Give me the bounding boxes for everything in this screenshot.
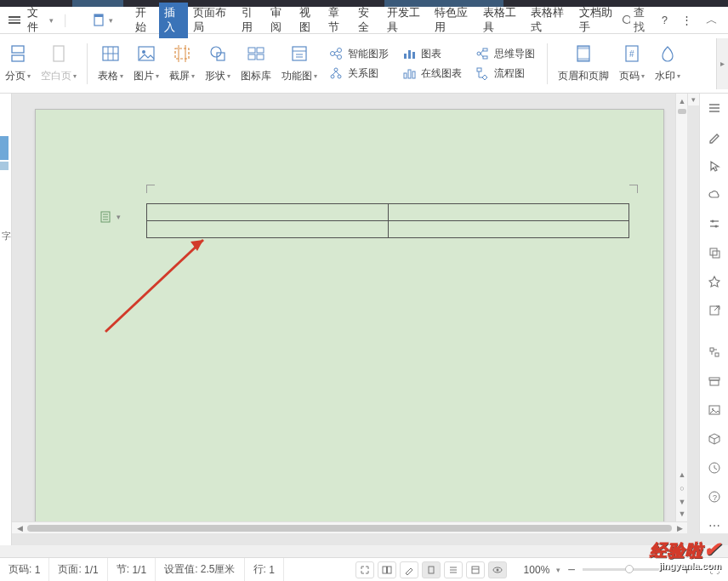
status-page[interactable]: 页面: 1/1 (49, 558, 107, 581)
table-cell[interactable] (147, 204, 389, 221)
tab-home[interactable]: 开始 (130, 3, 159, 38)
table-button[interactable]: 表格▾ (93, 43, 128, 83)
star-icon[interactable] (705, 274, 724, 289)
browse-object-icon[interactable]: ○ (676, 482, 688, 494)
status-position[interactable]: 设置值: 2.5厘米 (156, 558, 244, 581)
scroll-left-icon[interactable]: ◀ (14, 522, 26, 534)
tab-security[interactable]: 安全 (353, 3, 382, 38)
ruler-toggle[interactable]: ▾ (687, 94, 699, 105)
mind-map-button[interactable]: 思维导图 (475, 47, 535, 61)
tab-page-layout[interactable]: 页面布局 (188, 3, 236, 38)
web-view-button[interactable] (466, 561, 485, 578)
history-icon[interactable] (705, 460, 724, 476)
smart-graphic-button[interactable]: 智能图形 (329, 47, 389, 61)
table-cell[interactable] (388, 204, 629, 221)
table-row[interactable] (147, 204, 629, 221)
pencil-icon[interactable] (705, 129, 724, 145)
inserted-table[interactable] (146, 203, 629, 238)
table-row[interactable] (147, 221, 629, 238)
tab-view[interactable]: 视图 (294, 3, 323, 38)
svg-rect-73 (710, 248, 717, 255)
horizontal-scrollbar[interactable]: ◀ ▶ (12, 521, 687, 533)
scrollbar-thumb[interactable] (678, 109, 686, 114)
vertical-scrollbar[interactable]: ▲ ▲ ○ ▼ ▼ (675, 94, 687, 521)
tab-insert[interactable]: 插入 (159, 3, 188, 38)
icon-library-button[interactable]: 图标库 (236, 43, 276, 83)
search-button[interactable]: 查找 (622, 6, 648, 35)
tab-doc-helper[interactable]: 文档助手 (574, 3, 622, 38)
shapes-button[interactable]: 形状▾ (200, 43, 236, 83)
scroll-right-icon[interactable]: ▶ (674, 522, 685, 534)
help-icon[interactable]: ? (705, 489, 724, 504)
paging-button[interactable]: 分页▾ (0, 43, 36, 83)
function-chart-button[interactable]: 功能图▾ (276, 43, 322, 83)
svg-rect-88 (383, 567, 387, 573)
edit-view-button[interactable] (400, 561, 418, 578)
picture-button[interactable]: 图片▾ (128, 43, 164, 83)
more-icon[interactable]: ⋯ (705, 518, 724, 533)
chevron-down-icon[interactable]: ▾ (109, 16, 113, 25)
svg-point-27 (338, 48, 342, 53)
image-icon[interactable] (705, 402, 724, 418)
header-footer-button[interactable]: 页眉和页脚 (553, 43, 614, 83)
icon-library-label: 图标库 (241, 69, 271, 83)
zoom-out-button[interactable]: − (567, 562, 575, 578)
document-icon[interactable] (93, 14, 106, 27)
chart-button[interactable]: 图表 (402, 47, 462, 61)
scrollbar-thumb[interactable] (27, 525, 672, 532)
share-icon[interactable] (705, 303, 724, 318)
tab-section[interactable]: 章节 (323, 3, 352, 38)
screenshot-button[interactable]: 截屏▾ (164, 43, 200, 83)
fullscreen-view-button[interactable] (355, 561, 374, 578)
tools-icon[interactable] (705, 345, 724, 361)
document-viewport[interactable]: ▾ (12, 94, 687, 521)
paragraph-options-icon[interactable]: ▾ (100, 210, 121, 224)
tab-review[interactable]: 审阅 (265, 3, 294, 38)
archive-icon[interactable] (705, 373, 724, 389)
status-page-number[interactable]: 页码: 1 (0, 558, 49, 581)
collapse-ribbon-icon[interactable]: ︿ (706, 13, 718, 28)
file-menu[interactable]: 文件 ▾ (27, 6, 54, 35)
hamburger-icon[interactable] (705, 100, 724, 116)
read-view-button[interactable] (378, 561, 396, 578)
page-number-button[interactable]: # 页码▾ (614, 43, 650, 83)
scroll-up-icon[interactable]: ▲ (676, 95, 688, 107)
status-line[interactable]: 行: 1 (245, 558, 284, 581)
status-section[interactable]: 节: 1/1 (108, 558, 156, 581)
table-cell[interactable] (388, 221, 629, 238)
layers-icon[interactable] (705, 245, 724, 260)
zoom-slider-knob[interactable] (625, 565, 634, 573)
zoom-dropdown-icon[interactable]: ▾ (556, 566, 560, 574)
cursor-icon[interactable] (705, 158, 724, 174)
document-page[interactable]: ▾ (35, 109, 664, 521)
help-button[interactable]: ? (662, 14, 668, 26)
zoom-slider[interactable] (583, 568, 676, 571)
expand-icon[interactable]: ⛶ (701, 564, 728, 576)
outline-view-button[interactable] (444, 561, 463, 578)
cloud-icon[interactable] (705, 187, 724, 202)
page-up-icon[interactable]: ▲ (676, 469, 688, 481)
watermark-button[interactable]: 水印▾ (650, 43, 685, 83)
page-view-button[interactable] (422, 561, 441, 578)
tab-developer[interactable]: 开发工具 (382, 3, 429, 38)
relation-chart-button[interactable]: 关系图 (329, 66, 389, 81)
table-cell[interactable] (147, 221, 389, 238)
flowchart-button[interactable]: 流程图 (475, 66, 535, 81)
settings-icon[interactable] (705, 216, 724, 231)
zoom-value[interactable]: 100% (524, 564, 550, 576)
cube-icon[interactable] (705, 431, 724, 447)
zoom-in-button[interactable]: + (683, 562, 691, 578)
page-down-icon[interactable]: ▼ (676, 496, 688, 508)
more-button[interactable]: ⋮ (681, 14, 692, 26)
ribbon-overflow[interactable]: ▸ (716, 38, 728, 89)
tab-references[interactable]: 引用 (236, 3, 265, 38)
scroll-down-icon[interactable]: ▼ (676, 508, 688, 520)
hamburger-icon[interactable] (9, 16, 20, 24)
tab-special[interactable]: 特色应用 (429, 3, 477, 38)
online-chart-button[interactable]: 在线图表 (402, 66, 462, 81)
blank-page-button[interactable]: 空白页▾ (36, 43, 82, 83)
tab-table-tools[interactable]: 表格工具 (478, 3, 526, 38)
eye-view-button[interactable] (488, 561, 507, 578)
tab-table-styles[interactable]: 表格样式 (526, 3, 573, 38)
svg-point-42 (477, 52, 481, 55)
